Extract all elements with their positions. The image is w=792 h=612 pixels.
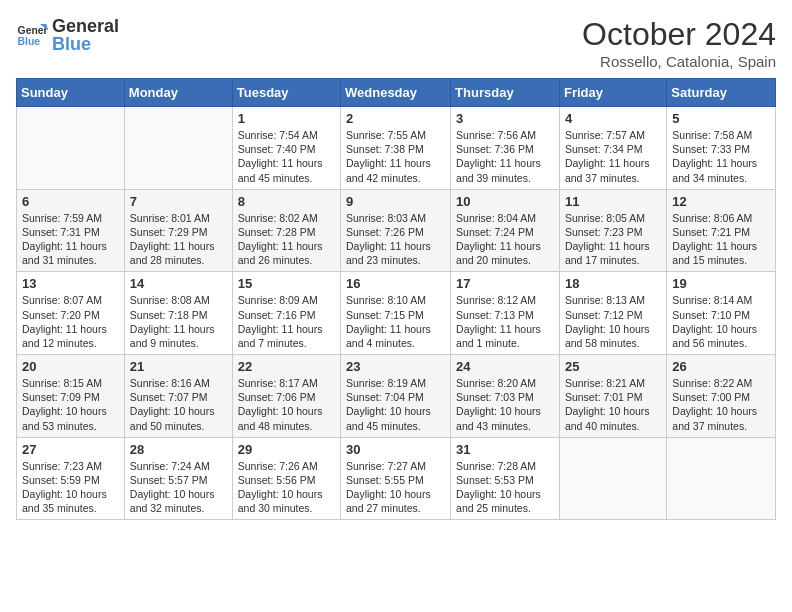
day-number: 30 bbox=[346, 442, 445, 457]
day-info: Sunrise: 8:20 AM Sunset: 7:03 PM Dayligh… bbox=[456, 376, 554, 433]
day-number: 1 bbox=[238, 111, 335, 126]
col-header-monday: Monday bbox=[124, 79, 232, 107]
week-row-4: 20Sunrise: 8:15 AM Sunset: 7:09 PM Dayli… bbox=[17, 355, 776, 438]
col-header-thursday: Thursday bbox=[451, 79, 560, 107]
week-row-2: 6Sunrise: 7:59 AM Sunset: 7:31 PM Daylig… bbox=[17, 189, 776, 272]
calendar-cell: 14Sunrise: 8:08 AM Sunset: 7:18 PM Dayli… bbox=[124, 272, 232, 355]
day-number: 28 bbox=[130, 442, 227, 457]
calendar-cell: 26Sunrise: 8:22 AM Sunset: 7:00 PM Dayli… bbox=[667, 355, 776, 438]
week-row-1: 1Sunrise: 7:54 AM Sunset: 7:40 PM Daylig… bbox=[17, 107, 776, 190]
col-header-wednesday: Wednesday bbox=[341, 79, 451, 107]
day-info: Sunrise: 7:58 AM Sunset: 7:33 PM Dayligh… bbox=[672, 128, 770, 185]
logo-icon: General Blue bbox=[16, 22, 48, 50]
day-number: 31 bbox=[456, 442, 554, 457]
day-info: Sunrise: 8:12 AM Sunset: 7:13 PM Dayligh… bbox=[456, 293, 554, 350]
day-number: 9 bbox=[346, 194, 445, 209]
day-info: Sunrise: 8:09 AM Sunset: 7:16 PM Dayligh… bbox=[238, 293, 335, 350]
day-number: 17 bbox=[456, 276, 554, 291]
week-row-3: 13Sunrise: 8:07 AM Sunset: 7:20 PM Dayli… bbox=[17, 272, 776, 355]
day-number: 3 bbox=[456, 111, 554, 126]
day-info: Sunrise: 7:57 AM Sunset: 7:34 PM Dayligh… bbox=[565, 128, 661, 185]
calendar-cell: 3Sunrise: 7:56 AM Sunset: 7:36 PM Daylig… bbox=[451, 107, 560, 190]
calendar-cell: 21Sunrise: 8:16 AM Sunset: 7:07 PM Dayli… bbox=[124, 355, 232, 438]
day-info: Sunrise: 8:07 AM Sunset: 7:20 PM Dayligh… bbox=[22, 293, 119, 350]
day-number: 2 bbox=[346, 111, 445, 126]
calendar-cell bbox=[559, 437, 666, 520]
day-info: Sunrise: 8:03 AM Sunset: 7:26 PM Dayligh… bbox=[346, 211, 445, 268]
calendar-cell: 24Sunrise: 8:20 AM Sunset: 7:03 PM Dayli… bbox=[451, 355, 560, 438]
day-info: Sunrise: 8:01 AM Sunset: 7:29 PM Dayligh… bbox=[130, 211, 227, 268]
day-number: 4 bbox=[565, 111, 661, 126]
day-info: Sunrise: 8:04 AM Sunset: 7:24 PM Dayligh… bbox=[456, 211, 554, 268]
day-info: Sunrise: 8:05 AM Sunset: 7:23 PM Dayligh… bbox=[565, 211, 661, 268]
day-number: 26 bbox=[672, 359, 770, 374]
day-info: Sunrise: 7:54 AM Sunset: 7:40 PM Dayligh… bbox=[238, 128, 335, 185]
calendar-cell: 13Sunrise: 8:07 AM Sunset: 7:20 PM Dayli… bbox=[17, 272, 125, 355]
location: Rossello, Catalonia, Spain bbox=[582, 53, 776, 70]
title-block: October 2024 Rossello, Catalonia, Spain bbox=[582, 16, 776, 70]
calendar-cell bbox=[17, 107, 125, 190]
calendar-cell: 10Sunrise: 8:04 AM Sunset: 7:24 PM Dayli… bbox=[451, 189, 560, 272]
day-number: 22 bbox=[238, 359, 335, 374]
day-number: 19 bbox=[672, 276, 770, 291]
week-row-5: 27Sunrise: 7:23 AM Sunset: 5:59 PM Dayli… bbox=[17, 437, 776, 520]
calendar-cell: 30Sunrise: 7:27 AM Sunset: 5:55 PM Dayli… bbox=[341, 437, 451, 520]
day-info: Sunrise: 8:19 AM Sunset: 7:04 PM Dayligh… bbox=[346, 376, 445, 433]
col-header-saturday: Saturday bbox=[667, 79, 776, 107]
day-number: 25 bbox=[565, 359, 661, 374]
day-info: Sunrise: 8:10 AM Sunset: 7:15 PM Dayligh… bbox=[346, 293, 445, 350]
calendar-cell: 6Sunrise: 7:59 AM Sunset: 7:31 PM Daylig… bbox=[17, 189, 125, 272]
day-number: 18 bbox=[565, 276, 661, 291]
day-info: Sunrise: 7:59 AM Sunset: 7:31 PM Dayligh… bbox=[22, 211, 119, 268]
day-number: 24 bbox=[456, 359, 554, 374]
col-header-friday: Friday bbox=[559, 79, 666, 107]
day-number: 29 bbox=[238, 442, 335, 457]
day-info: Sunrise: 7:28 AM Sunset: 5:53 PM Dayligh… bbox=[456, 459, 554, 516]
day-info: Sunrise: 8:13 AM Sunset: 7:12 PM Dayligh… bbox=[565, 293, 661, 350]
calendar-cell: 16Sunrise: 8:10 AM Sunset: 7:15 PM Dayli… bbox=[341, 272, 451, 355]
day-info: Sunrise: 8:22 AM Sunset: 7:00 PM Dayligh… bbox=[672, 376, 770, 433]
month-title: October 2024 bbox=[582, 16, 776, 53]
day-info: Sunrise: 8:17 AM Sunset: 7:06 PM Dayligh… bbox=[238, 376, 335, 433]
calendar-cell: 29Sunrise: 7:26 AM Sunset: 5:56 PM Dayli… bbox=[232, 437, 340, 520]
day-info: Sunrise: 7:23 AM Sunset: 5:59 PM Dayligh… bbox=[22, 459, 119, 516]
calendar-cell: 25Sunrise: 8:21 AM Sunset: 7:01 PM Dayli… bbox=[559, 355, 666, 438]
header-row: SundayMondayTuesdayWednesdayThursdayFrid… bbox=[17, 79, 776, 107]
calendar-cell: 28Sunrise: 7:24 AM Sunset: 5:57 PM Dayli… bbox=[124, 437, 232, 520]
day-number: 23 bbox=[346, 359, 445, 374]
day-number: 27 bbox=[22, 442, 119, 457]
calendar-cell bbox=[124, 107, 232, 190]
calendar-cell: 20Sunrise: 8:15 AM Sunset: 7:09 PM Dayli… bbox=[17, 355, 125, 438]
day-number: 6 bbox=[22, 194, 119, 209]
day-info: Sunrise: 7:55 AM Sunset: 7:38 PM Dayligh… bbox=[346, 128, 445, 185]
calendar-cell: 2Sunrise: 7:55 AM Sunset: 7:38 PM Daylig… bbox=[341, 107, 451, 190]
page-header: General Blue General Blue October 2024 R… bbox=[16, 16, 776, 70]
calendar-cell: 15Sunrise: 8:09 AM Sunset: 7:16 PM Dayli… bbox=[232, 272, 340, 355]
day-number: 13 bbox=[22, 276, 119, 291]
day-number: 12 bbox=[672, 194, 770, 209]
day-number: 16 bbox=[346, 276, 445, 291]
day-info: Sunrise: 8:15 AM Sunset: 7:09 PM Dayligh… bbox=[22, 376, 119, 433]
day-info: Sunrise: 7:24 AM Sunset: 5:57 PM Dayligh… bbox=[130, 459, 227, 516]
calendar-cell: 23Sunrise: 8:19 AM Sunset: 7:04 PM Dayli… bbox=[341, 355, 451, 438]
calendar-cell: 27Sunrise: 7:23 AM Sunset: 5:59 PM Dayli… bbox=[17, 437, 125, 520]
day-number: 21 bbox=[130, 359, 227, 374]
day-info: Sunrise: 8:06 AM Sunset: 7:21 PM Dayligh… bbox=[672, 211, 770, 268]
day-info: Sunrise: 7:27 AM Sunset: 5:55 PM Dayligh… bbox=[346, 459, 445, 516]
calendar-cell: 8Sunrise: 8:02 AM Sunset: 7:28 PM Daylig… bbox=[232, 189, 340, 272]
col-header-tuesday: Tuesday bbox=[232, 79, 340, 107]
calendar-cell: 17Sunrise: 8:12 AM Sunset: 7:13 PM Dayli… bbox=[451, 272, 560, 355]
day-info: Sunrise: 7:26 AM Sunset: 5:56 PM Dayligh… bbox=[238, 459, 335, 516]
day-number: 15 bbox=[238, 276, 335, 291]
logo: General Blue General Blue bbox=[16, 16, 119, 55]
calendar-cell: 12Sunrise: 8:06 AM Sunset: 7:21 PM Dayli… bbox=[667, 189, 776, 272]
calendar-cell: 19Sunrise: 8:14 AM Sunset: 7:10 PM Dayli… bbox=[667, 272, 776, 355]
day-number: 20 bbox=[22, 359, 119, 374]
day-number: 11 bbox=[565, 194, 661, 209]
calendar-table: SundayMondayTuesdayWednesdayThursdayFrid… bbox=[16, 78, 776, 520]
calendar-cell: 22Sunrise: 8:17 AM Sunset: 7:06 PM Dayli… bbox=[232, 355, 340, 438]
day-info: Sunrise: 8:16 AM Sunset: 7:07 PM Dayligh… bbox=[130, 376, 227, 433]
day-number: 14 bbox=[130, 276, 227, 291]
day-info: Sunrise: 7:56 AM Sunset: 7:36 PM Dayligh… bbox=[456, 128, 554, 185]
day-number: 7 bbox=[130, 194, 227, 209]
